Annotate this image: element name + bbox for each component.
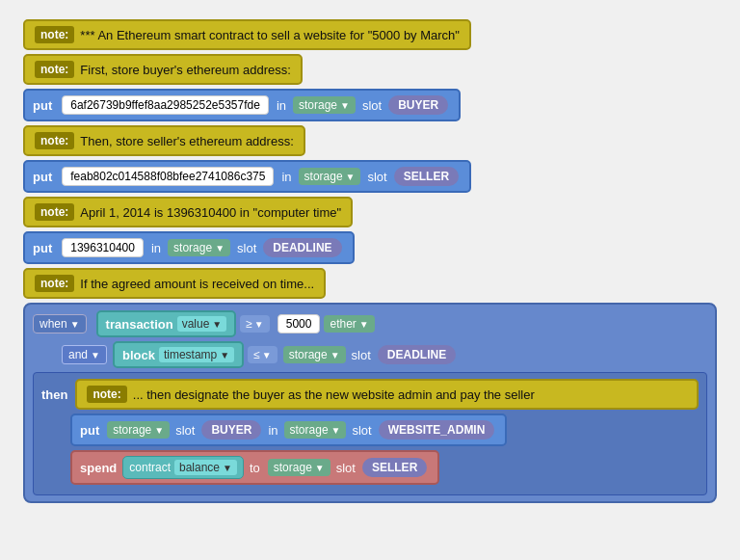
note-label-6: note: [87, 386, 126, 403]
then-spend-row: spend contract balance ▼ to storage ▼ sl… [70, 450, 699, 485]
note-text-6: ... then designate the buyer as the new … [133, 387, 535, 402]
then-label: then [41, 387, 67, 402]
note-text-3: Then, store seller's ethereum address: [80, 134, 293, 148]
to-label: to [250, 461, 260, 475]
lte-arrow: ▼ [262, 350, 272, 360]
ether-dropdown[interactable]: ether ▼ [324, 315, 374, 333]
in-keyword-3: in [151, 241, 161, 255]
then-section: then note: ... then designate the buyer … [33, 372, 707, 495]
spend-label: spend [80, 461, 117, 475]
storage-when-arrow: ▼ [330, 350, 340, 360]
block-label: block [122, 348, 155, 362]
then-slot-label-2: slot [352, 423, 371, 438]
slot-keyword-3: slot [237, 241, 256, 255]
lte-op[interactable]: ≤ ▼ [248, 346, 278, 363]
when-arrow: ▼ [70, 319, 80, 330]
note-text-2: First, store buyer's ethereum address: [80, 63, 291, 77]
then-website-admin-slot: WEBSITE_ADMIN [379, 420, 495, 440]
note-label-5: note: [35, 275, 74, 292]
deadline-value[interactable]: 1396310400 [62, 238, 144, 257]
gte-op[interactable]: ≥ ▼ [240, 315, 270, 333]
seller-address[interactable]: feab802c014588f08bfee2741086c375 [62, 167, 274, 186]
slot-label-when: slot [352, 348, 371, 362]
then-buyer-slot: BUYER [201, 420, 261, 440]
timestamp-arrow: ▼ [220, 350, 229, 360]
buyer-slot: BUYER [388, 95, 448, 115]
then-put-label: put [80, 423, 99, 438]
when-wrapper: when ▼ transaction value ▼ ≥ ▼ 5000 ethe… [23, 303, 717, 503]
buyer-address[interactable]: 6af26739b9ffef8aa2985252e5357fde [62, 95, 269, 115]
then-storage-1-arrow: ▼ [154, 425, 164, 436]
put-block-3-inner: put 1396310400 in storage ▼ slot DEADLIN… [23, 231, 355, 264]
then-put-block: put storage ▼ slot BUYER in storage ▼ sl… [70, 413, 507, 446]
storage-dropdown-2[interactable]: storage ▼ [299, 168, 361, 185]
deadline-slot-when: DEADLINE [378, 345, 456, 364]
storage-dropdown-when[interactable]: storage ▼ [283, 346, 346, 363]
in-keyword-2: in [281, 170, 291, 184]
when-dropdown-button[interactable]: when ▼ [33, 314, 87, 333]
storage-arrow-3: ▼ [215, 243, 225, 253]
gte-arrow: ▼ [254, 319, 264, 330]
note-block-5-inner: note: If the agreed amount is received o… [23, 268, 326, 299]
put-block-2-inner: put feab802c014588f08bfee2741086c375 in … [23, 160, 471, 193]
put-block-2: put feab802c014588f08bfee2741086c375 in … [23, 160, 717, 193]
and-dropdown[interactable]: and ▼ [62, 345, 107, 364]
slot-keyword-1: slot [362, 98, 382, 113]
storage-arrow-1: ▼ [340, 100, 350, 111]
balance-arrow: ▼ [223, 463, 232, 473]
note-block-6: note: ... then designate the buyer as th… [75, 379, 699, 410]
note-label-1: note: [35, 26, 74, 43]
storage-dropdown-1[interactable]: storage ▼ [293, 96, 356, 114]
balance-dropdown[interactable]: balance ▼ [174, 460, 237, 475]
when-label: when [40, 317, 67, 331]
then-slot-label-3: slot [336, 461, 356, 475]
note-text-1: *** An Ethereum smart contract to sell a… [80, 28, 460, 42]
smart-contract-editor: note: *** An Ethereum smart contract to … [23, 19, 717, 503]
value-dropdown[interactable]: value ▼ [177, 316, 227, 332]
then-put-row: put storage ▼ slot BUYER in storage ▼ sl… [70, 413, 699, 446]
amount-value[interactable]: 5000 [278, 314, 321, 333]
timestamp-dropdown[interactable]: timestamp ▼ [159, 347, 234, 362]
put-label-1: put [33, 98, 52, 113]
note-text-5: If the agreed amount is received on time… [80, 277, 314, 291]
contract-label: contract [129, 461, 171, 474]
slot-keyword-2: slot [367, 170, 386, 184]
spend-block: spend contract balance ▼ to storage ▼ sl… [70, 450, 439, 485]
then-storage-dropdown-1[interactable]: storage ▼ [107, 421, 170, 439]
contract-block: contract balance ▼ [122, 456, 244, 479]
put-label-2: put [33, 170, 52, 184]
storage-arrow-2: ▼ [346, 172, 356, 182]
note-block-5: note: If the agreed amount is received o… [23, 268, 717, 299]
in-keyword-1: in [277, 98, 286, 113]
storage-dropdown-3[interactable]: storage ▼ [168, 239, 230, 256]
then-in-keyword: in [268, 423, 278, 438]
note-label-3: note: [35, 132, 74, 149]
deadline-slot-put: DEADLINE [263, 238, 341, 257]
note-block-1-inner: note: *** An Ethereum smart contract to … [23, 19, 471, 50]
note-block-3: note: Then, store seller's ethereum addr… [23, 125, 717, 156]
value-arrow: ▼ [212, 319, 222, 330]
and-row: and ▼ block timestamp ▼ ≤ ▼ storage ▼ sl… [62, 341, 707, 368]
note-text-4: April 1, 2014 is 1396310400 in "computer… [80, 205, 341, 220]
then-storage-3-arrow: ▼ [315, 463, 325, 473]
ether-arrow: ▼ [359, 319, 369, 330]
put-label-3: put [33, 241, 52, 255]
put-block-1-inner: put 6af26739b9ffef8aa2985252e5357fde in … [23, 89, 461, 121]
transaction-label: transaction [106, 317, 173, 332]
note-block-3-inner: note: Then, store seller's ethereum addr… [23, 125, 305, 156]
note-label-2: note: [35, 61, 74, 78]
put-block-1: put 6af26739b9ffef8aa2985252e5357fde in … [23, 89, 717, 121]
then-header-row: then note: ... then designate the buyer … [41, 379, 699, 410]
note-block-4: note: April 1, 2014 is 1396310400 in "co… [23, 197, 717, 227]
note-block-1: note: *** An Ethereum smart contract to … [23, 19, 717, 50]
condition-block-1: transaction value ▼ [96, 310, 237, 337]
note-label-4: note: [35, 203, 74, 221]
seller-slot: SELLER [394, 167, 459, 186]
note-block-2: note: First, store buyer's ethereum addr… [23, 54, 717, 85]
then-slot-label-1: slot [175, 423, 195, 438]
and-arrow: ▼ [91, 350, 100, 360]
then-storage-dropdown-2[interactable]: storage ▼ [284, 421, 347, 439]
then-storage-dropdown-3[interactable]: storage ▼ [268, 459, 330, 476]
put-block-3: put 1396310400 in storage ▼ slot DEADLIN… [23, 231, 717, 264]
condition-block-2: block timestamp ▼ [113, 341, 244, 368]
